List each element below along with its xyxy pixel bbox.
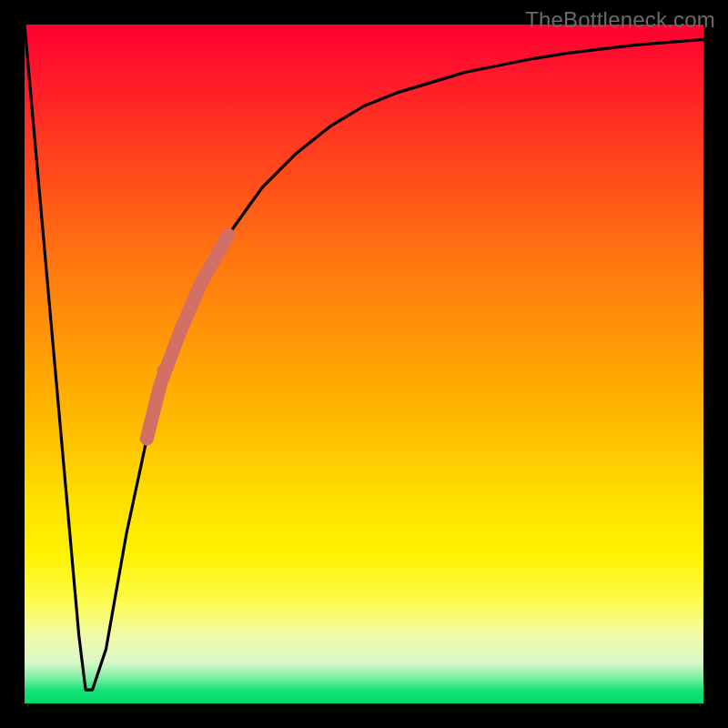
highlight-point [150, 391, 164, 405]
highlight-point [157, 364, 170, 378]
highlight-point [144, 419, 157, 432]
plot-area [25, 25, 703, 703]
bottleneck-curve [25, 25, 703, 690]
chart-svg [25, 25, 703, 703]
highlight-segment [147, 235, 228, 439]
chart-frame: TheBottleneck.com [0, 0, 728, 728]
